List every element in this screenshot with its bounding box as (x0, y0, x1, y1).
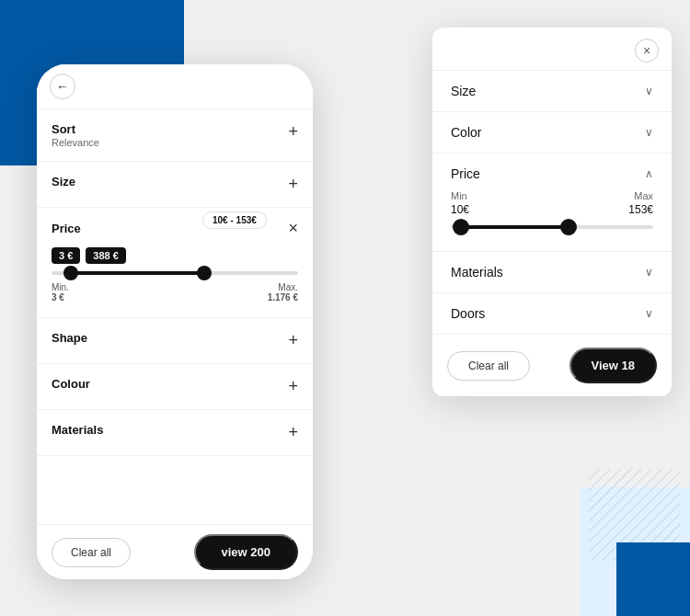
back-icon: ← (56, 79, 69, 94)
price-label: Price (52, 222, 81, 235)
filter-price-section: Price × 3 € 388 € Min.3 € Max.1.176 € (37, 208, 313, 318)
materials-label: Materials (52, 423, 103, 437)
price-chevron-up-icon: ∧ (645, 167, 653, 180)
desktop-max-value: 153€ (628, 203, 653, 216)
price-close-icon[interactable]: × (288, 219, 298, 238)
price-slider-track[interactable] (52, 271, 298, 275)
materials-add-icon[interactable]: + (288, 423, 298, 442)
filter-size-left: Size (52, 175, 75, 188)
desktop-price-section: Price ∧ Min Max 10€ 153€ (432, 154, 672, 252)
desktop-panel-header: × (432, 28, 672, 71)
price-thumb-max[interactable] (197, 266, 212, 280)
size-chevron-icon: ∨ (645, 85, 653, 97)
desktop-size-item[interactable]: Size ∨ (432, 71, 672, 112)
size-add-icon[interactable]: + (288, 175, 298, 194)
desktop-min-label: Min (451, 190, 467, 201)
price-slider-fill (71, 271, 204, 275)
filter-sort-section[interactable]: Sort Relevance + (37, 109, 313, 162)
phone-filter-drawer: ← Sort Relevance + Size + Price × 3 (37, 64, 313, 579)
price-tag-min: 3 € (52, 247, 80, 264)
price-max-label: Max.1.176 € (268, 282, 298, 302)
diagonal-decoration (589, 469, 681, 561)
price-tag-max: 388 € (86, 247, 126, 264)
desktop-price-values: 10€ 153€ (451, 203, 653, 216)
desktop-slider-fill (461, 225, 569, 229)
filter-materials-section[interactable]: Materials + (37, 410, 313, 456)
colour-label: Colour (52, 377, 90, 391)
desktop-doors-label: Doors (451, 306, 485, 321)
desktop-max-label: Max (634, 190, 653, 201)
desktop-price-header[interactable]: Price ∧ (432, 154, 672, 190)
desktop-doors-item[interactable]: Doors ∨ (432, 293, 672, 335)
phone-bottom-bar: Clear all view 200 (37, 524, 313, 579)
desktop-size-label: Size (451, 84, 476, 98)
desktop-price-content: Min Max 10€ 153€ (432, 190, 672, 251)
back-button[interactable]: ← (50, 74, 75, 99)
shape-add-icon[interactable]: + (288, 331, 298, 350)
materials-chevron-icon: ∨ (645, 266, 653, 279)
desktop-thumb-max[interactable] (560, 219, 577, 235)
size-label: Size (52, 175, 75, 188)
phone-frame: 12:29 ▲ ▐▐▐ ▮ IKEA ⌕ What are you lookin… (37, 64, 313, 579)
doors-chevron-icon: ∨ (645, 307, 653, 320)
desktop-color-item[interactable]: Color ∨ (432, 112, 672, 154)
desktop-min-value: 10€ (451, 203, 469, 216)
price-range-badge: 10€ - 153€ (202, 211, 267, 229)
sort-sublabel: Relevance (52, 137, 99, 148)
desktop-price-slider[interactable] (451, 225, 653, 229)
price-min-label: Min.3 € (52, 282, 69, 302)
svg-rect-1 (589, 469, 681, 561)
desktop-filter-panel: × Size ∨ Color ∨ Price ∧ Min Max 10€ 153… (432, 28, 672, 396)
sort-add-icon[interactable]: + (288, 122, 298, 142)
filter-back-row: ← (37, 64, 313, 109)
desktop-thumb-min[interactable] (453, 219, 469, 235)
desktop-color-label: Color (451, 125, 481, 140)
desktop-materials-label: Materials (451, 265, 503, 279)
desktop-materials-item[interactable]: Materials ∨ (432, 252, 672, 293)
sort-label: Sort (52, 122, 99, 136)
desktop-bottom-bar: Clear all View 18 (432, 335, 672, 396)
view-button-desktop[interactable]: View 18 (569, 348, 657, 383)
desktop-price-label: Price (451, 166, 480, 181)
close-icon: × (643, 43, 650, 58)
view-button-phone[interactable]: view 200 (194, 534, 299, 570)
filter-colour-section[interactable]: Colour + (37, 364, 313, 410)
price-tags: 3 € 388 € (52, 247, 298, 264)
filter-sort-left: Sort Relevance (52, 122, 99, 148)
filter-size-section[interactable]: Size + (37, 162, 313, 208)
desktop-close-button[interactable]: × (635, 39, 659, 63)
price-range-labels: Min.3 € Max.1.176 € (52, 282, 298, 302)
desktop-price-labels: Min Max (451, 190, 653, 201)
color-chevron-icon: ∨ (645, 126, 653, 139)
shape-label: Shape (52, 331, 87, 345)
clear-all-button-phone[interactable]: Clear all (52, 538, 131, 567)
price-thumb-min[interactable] (63, 266, 78, 280)
colour-add-icon[interactable]: + (288, 377, 298, 396)
clear-all-button-desktop[interactable]: Clear all (447, 351, 530, 381)
filter-shape-section[interactable]: Shape + (37, 318, 313, 364)
